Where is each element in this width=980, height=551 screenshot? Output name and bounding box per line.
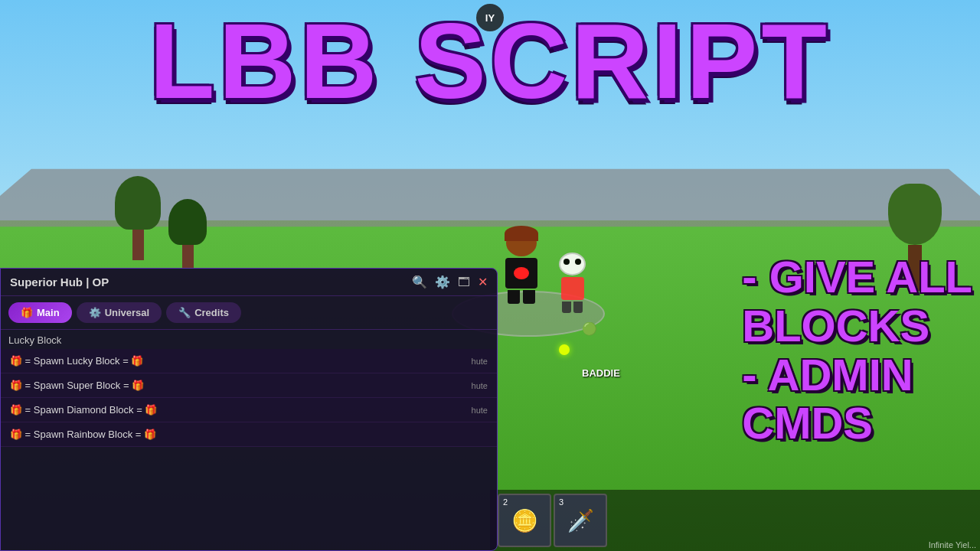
hotbar: 2 🪙 3 🗡️: [490, 490, 980, 551]
hotbar-slot-3[interactable]: 3 🗡️: [554, 494, 607, 547]
right-line-2: BLOCKS: [742, 302, 972, 350]
menu-item-super-block-badge: hute: [472, 381, 488, 390]
window-icon[interactable]: 🗔: [458, 276, 470, 289]
tab-universal-icon: ⚙️: [89, 307, 101, 318]
tab-main-icon: 🎁: [21, 307, 33, 318]
ground-item: 🟢: [582, 321, 597, 336]
right-text-block: - GIVE ALL BLOCKS - ADMIN CMDS: [742, 253, 972, 448]
tab-credits-label: Credits: [194, 307, 229, 318]
right-line-3: - ADMIN: [742, 350, 972, 399]
panel-controls: 🔍 ⚙️ 🗔 ✕: [412, 275, 488, 289]
hotbar-slot-2-icon: 🪙: [511, 508, 538, 533]
watermark: Infinite Yiel...: [929, 540, 976, 549]
panel-titlebar: Superior Hub | OP 🔍 ⚙️ 🗔 ✕: [1, 269, 497, 296]
settings-icon[interactable]: ⚙️: [435, 275, 450, 289]
menu-item-rainbow-block-text: 🎁 = Spawn Rainbow Block = 🎁: [10, 429, 156, 440]
script-panel: Superior Hub | OP 🔍 ⚙️ 🗔 ✕ 🎁 Main ⚙️ Uni…: [0, 268, 498, 551]
hotbar-slot-3-num: 3: [559, 497, 564, 507]
menu-item-super-block[interactable]: 🎁 = Spawn Super Block = 🎁 hute: [1, 373, 497, 398]
right-line-4: CMDS: [742, 399, 972, 448]
yellow-item: [559, 344, 570, 355]
tab-universal-label: Universal: [105, 307, 150, 318]
menu-item-lucky-block[interactable]: 🎁 = Spawn Lucky Block = 🎁 hute: [1, 349, 497, 373]
hotbar-slot-2-num: 2: [503, 497, 508, 507]
section-label: Lucky Block: [1, 330, 497, 349]
player-character: [505, 230, 537, 304]
tab-main[interactable]: 🎁 Main: [8, 302, 72, 323]
tab-main-label: Main: [37, 307, 60, 318]
tab-credits[interactable]: 🔧 Credits: [166, 302, 241, 323]
title-text: LBB SCRIPT: [0, 8, 980, 115]
menu-item-lucky-block-text: 🎁 = Spawn Lucky Block = 🎁: [10, 355, 143, 367]
hotbar-slot-3-icon: 🗡️: [567, 508, 594, 533]
right-line-1: - GIVE ALL: [742, 253, 972, 302]
menu-item-super-block-text: 🎁 = Spawn Super Block = 🎁: [10, 380, 144, 391]
tree-left2: [168, 199, 207, 268]
tab-universal[interactable]: ⚙️ Universal: [77, 302, 162, 323]
tab-credits-icon: 🔧: [178, 307, 191, 318]
npc-character: [559, 253, 586, 313]
panel-title: Superior Hub | OP: [10, 276, 109, 289]
menu-item-diamond-block-text: 🎁 = Spawn Diamond Block = 🎁: [10, 404, 157, 416]
search-icon[interactable]: 🔍: [412, 275, 427, 289]
menu-item-rainbow-block[interactable]: 🎁 = Spawn Rainbow Block = 🎁: [1, 422, 497, 447]
baddie-label: BADDIE: [582, 367, 620, 379]
close-icon[interactable]: ✕: [478, 275, 488, 289]
hotbar-slot-2[interactable]: 2 🪙: [498, 494, 551, 547]
tree-left: [115, 176, 161, 260]
menu-item-lucky-block-badge: hute: [472, 357, 488, 366]
menu-item-diamond-block-badge: hute: [472, 406, 488, 415]
panel-tabs: 🎁 Main ⚙️ Universal 🔧 Credits: [1, 296, 497, 330]
menu-item-diamond-block[interactable]: 🎁 = Spawn Diamond Block = 🎁 hute: [1, 398, 497, 422]
